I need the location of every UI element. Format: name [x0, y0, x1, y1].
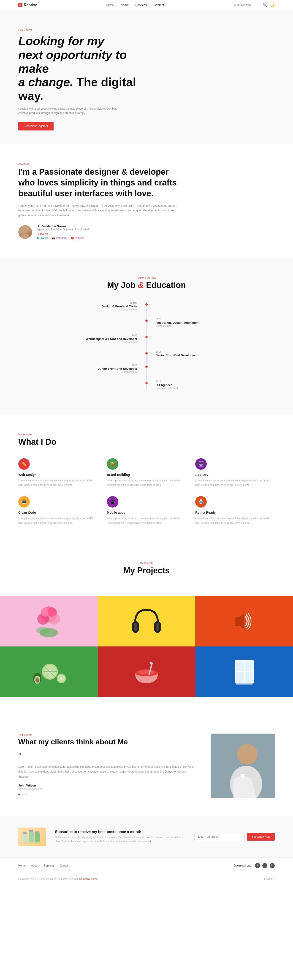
project-visual-speaker — [195, 596, 293, 646]
testimonial-dot-3[interactable] — [25, 794, 27, 795]
testimonials-inner: Testimonials What my clients think about… — [18, 733, 275, 798]
avatar-svg — [18, 225, 32, 239]
tl-year: 2018 — [43, 334, 137, 337]
subscribe-button[interactable]: Subscribe Now — [247, 833, 275, 841]
hero-cta-button[interactable]: Let's Work Together — [18, 122, 54, 130]
project-visual-flowers — [0, 596, 98, 646]
footer-link-about[interactable]: About — [31, 864, 38, 867]
svg-rect-13 — [235, 617, 240, 626]
project-item-speaker[interactable] — [195, 596, 293, 646]
footer-social-linkedin[interactable]: in — [270, 863, 275, 868]
footer-link-contact[interactable]: Contact — [60, 864, 69, 867]
tl-company: Company Ltd. — [43, 371, 137, 373]
nav-links: Home About Services Contact — [106, 3, 164, 6]
testimonials-image — [211, 733, 275, 798]
subscribe-email-input[interactable] — [194, 833, 245, 841]
svg-rect-43 — [35, 832, 40, 842]
tl-left — [43, 350, 147, 357]
search-input[interactable] — [233, 3, 260, 7]
service-desc: Lorem ipsum dolor sit amet, consectetur … — [107, 479, 186, 487]
tl-role: Junior Front-End Developer — [43, 367, 137, 371]
service-title: Brand Building — [107, 473, 186, 477]
search-button[interactable]: 🔍 — [263, 3, 268, 7]
subscribe-image — [18, 827, 46, 846]
service-desc: Lorem ipsum dolor sit amet, consectetur … — [18, 479, 98, 487]
tl-company: Company Ltd. — [156, 325, 250, 327]
hero-tag: Hey There! — [18, 29, 275, 32]
testimonial-person-visual — [211, 733, 275, 798]
language-label: English — [264, 878, 272, 880]
service-card-retina: 🖨️ Retina Ready Lorem ipsum dolor sit am… — [195, 496, 275, 525]
svg-rect-11 — [134, 623, 137, 631]
tl-left: 2018 Webdesigner & Front-end Developer C… — [43, 334, 147, 344]
service-icon-code: 💻 — [18, 496, 30, 508]
nav-link-contact[interactable]: Contact — [154, 3, 164, 6]
timeline: Present Design & Frontend Teche Company … — [43, 301, 250, 390]
tl-year: 2020 — [156, 318, 250, 320]
testimonials-quote: Lorem ipsum dolor sit amet consectetur a… — [18, 765, 197, 780]
project-item-headphones[interactable] — [98, 596, 195, 646]
copyright-link[interactable]: Company Name — [79, 878, 97, 880]
svg-rect-44 — [23, 832, 27, 834]
tl-dot — [145, 303, 148, 305]
language-selector[interactable]: English ▾ — [264, 878, 275, 880]
about-role: experienced Front-End Developer from Pol… — [36, 228, 89, 231]
footer-link-services[interactable]: Services — [44, 864, 54, 867]
tl-dot — [145, 382, 148, 384]
footer-social-icons: f t in — [255, 863, 275, 868]
window-svg — [231, 655, 258, 688]
projects-section: My Projects My Projects — [0, 543, 293, 715]
tl-role: Illustration, Design, Animation — [156, 321, 250, 325]
subscribe-content: Subscribe to receive my best posts once … — [55, 830, 185, 843]
service-card-brand: 📦 Brand Building Lorem ipsum dolor sit a… — [107, 458, 186, 487]
footer-link-home[interactable]: Home — [18, 864, 25, 867]
services-tag: My Services — [18, 433, 275, 436]
project-item-bowl[interactable] — [98, 646, 195, 697]
service-title: Mobile apps — [107, 511, 186, 514]
projects-title: My Projects — [18, 566, 275, 575]
social-dribbble[interactable]: 🏀 Dribbble — [71, 237, 84, 240]
testimonials-author-role: Country, State/Region — [18, 787, 197, 790]
theme-toggle-button[interactable]: 🌙 — [270, 3, 275, 7]
tl-right: 2016 IT Engineer University of Oxford — [147, 380, 250, 390]
project-item-window[interactable] — [195, 646, 293, 697]
footer-social-twitter[interactable]: t — [262, 863, 268, 868]
testimonials-section: Testimonials What my clients think about… — [0, 715, 293, 816]
service-card-webdesign: ✏️ Web Design Lorem ipsum dolor sit amet… — [18, 458, 98, 487]
svg-rect-45 — [29, 830, 33, 832]
kiwi-svg — [30, 653, 67, 690]
tl-year: Present — [43, 301, 137, 304]
testimonial-dot-1[interactable] — [18, 794, 20, 795]
svg-point-16 — [35, 678, 39, 682]
tl-year: 2016 — [156, 380, 250, 383]
svg-rect-46 — [35, 831, 39, 833]
svg-rect-36 — [236, 683, 252, 685]
tl-left: Present Design & Frontend Teche Company … — [43, 301, 147, 311]
about-tag: About Me — [18, 162, 275, 165]
service-card-code: 💻 Clean Code Lorem ipsum dolor sit amet,… — [18, 496, 98, 525]
about-social: 🐦 Twitter 📸 Instagram 🏀 Dribbble — [36, 237, 89, 240]
social-instagram[interactable]: 📸 Instagram — [52, 237, 67, 240]
nav-link-home[interactable]: Home — [106, 3, 114, 6]
tl-left: 2016 Junior Front-End Developer Company … — [43, 364, 147, 373]
nav-link-about[interactable]: About — [120, 3, 128, 6]
follow-link[interactable]: Follow me — [36, 232, 89, 235]
project-item-kiwi[interactable] — [0, 646, 98, 697]
service-card-app: 🖥️ App Dev Lorem ipsum dolor sit amet, c… — [195, 458, 275, 487]
service-desc: Lorem ipsum dolor sit amet, consectetur … — [195, 516, 275, 525]
subscribe-desc: Nulla tristique vehicula adipiscing volu… — [55, 835, 185, 843]
service-icon-retina: 🖨️ — [195, 496, 207, 508]
nav-link-services[interactable]: Services — [135, 3, 147, 6]
svg-point-40 — [238, 745, 257, 764]
project-item-flowers[interactable] — [0, 596, 98, 646]
footer-right: Download app f t in — [234, 863, 275, 868]
testimonial-dot-2[interactable] — [22, 794, 23, 795]
social-twitter[interactable]: 🐦 Twitter — [36, 237, 48, 240]
tl-right — [147, 364, 250, 373]
about-section: About Me I'm a Passionate designer & dev… — [0, 144, 293, 258]
tl-right — [147, 334, 250, 344]
tl-right: 2017 Senior Front-End Developer — [147, 350, 250, 357]
footer-social-facebook[interactable]: f — [255, 863, 260, 868]
tl-right — [147, 301, 250, 311]
timeline-item: 2020 Illustration, Design, Animation Com… — [43, 318, 250, 327]
